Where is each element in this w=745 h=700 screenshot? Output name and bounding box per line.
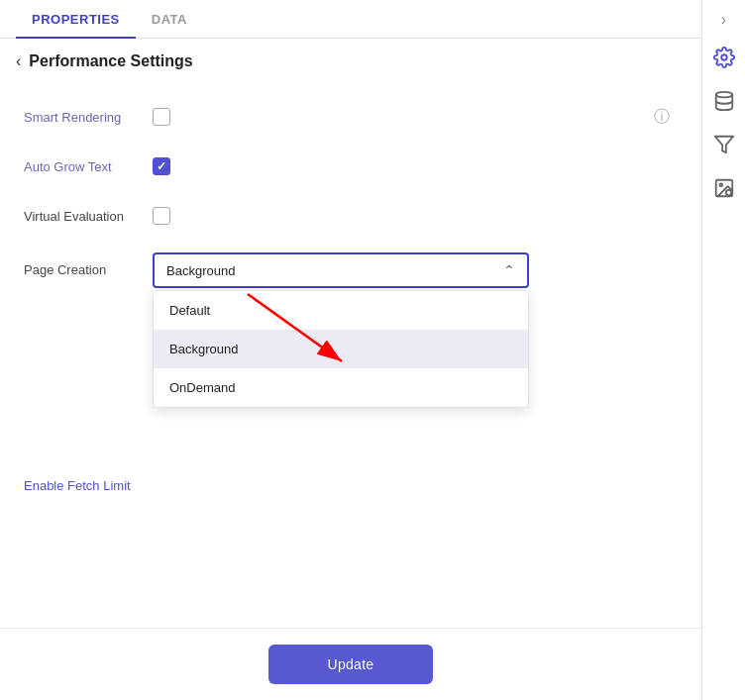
chevron-right-icon: › xyxy=(721,11,726,29)
page-creation-dropdown-menu: Default Background OnDemand xyxy=(153,290,529,408)
back-header[interactable]: ‹ Performance Settings xyxy=(0,39,701,84)
page-creation-value: Background xyxy=(166,263,235,278)
app-container: PROPERTIES DATA ‹ Performance Settings S… xyxy=(0,0,745,700)
svg-marker-4 xyxy=(714,137,732,153)
smart-rendering-checkbox[interactable] xyxy=(153,108,170,126)
page-creation-dropdown-container: Background ⌃ Default Background OnDemand xyxy=(153,252,678,288)
back-icon: ‹ xyxy=(16,52,21,70)
right-sidebar: › xyxy=(701,0,745,700)
chevron-up-icon: ⌃ xyxy=(503,262,515,278)
bottom-bar: Update xyxy=(0,628,701,700)
gear-icon-button[interactable] xyxy=(702,36,746,79)
enable-fetch-limit-label: Enable Fetch Limit xyxy=(24,478,153,493)
smart-rendering-label: Smart Rendering xyxy=(24,110,153,125)
back-title: Performance Settings xyxy=(29,52,192,70)
tab-properties[interactable]: PROPERTIES xyxy=(16,0,136,39)
image-settings-icon-button[interactable] xyxy=(702,166,746,210)
main-panel: PROPERTIES DATA ‹ Performance Settings S… xyxy=(0,0,701,700)
svg-point-2 xyxy=(721,54,727,60)
settings-form: Smart Rendering ⓘ Auto Grow Text Virtual… xyxy=(0,84,701,533)
smart-rendering-row: Smart Rendering ⓘ xyxy=(24,92,678,142)
collapse-sidebar-button[interactable]: › xyxy=(702,4,746,36)
virtual-evaluation-label: Virtual Evaluation xyxy=(24,209,153,224)
auto-grow-text-label: Auto Grow Text xyxy=(24,159,153,174)
database-icon xyxy=(713,90,735,112)
virtual-evaluation-checkbox[interactable] xyxy=(153,207,170,225)
enable-fetch-limit-row: Enable Fetch Limit xyxy=(24,462,678,509)
svg-point-6 xyxy=(719,183,722,186)
image-settings-icon xyxy=(713,177,735,199)
virtual-evaluation-row: Virtual Evaluation xyxy=(24,191,678,241)
auto-grow-text-row: Auto Grow Text xyxy=(24,142,678,191)
tabs-row: PROPERTIES DATA xyxy=(0,0,701,39)
dropdown-option-ondemand[interactable]: OnDemand xyxy=(154,368,528,407)
info-icon[interactable]: ⓘ xyxy=(654,107,670,128)
filter-icon xyxy=(713,134,735,155)
tab-data[interactable]: DATA xyxy=(136,0,203,39)
gear-icon xyxy=(713,47,735,68)
database-icon-button[interactable] xyxy=(702,79,746,123)
dropdown-option-default[interactable]: Default xyxy=(154,291,528,330)
svg-point-3 xyxy=(715,92,732,98)
page-creation-row: Page Creation Background ⌃ Default Backg… xyxy=(24,241,678,304)
content-area: ‹ Performance Settings Smart Rendering ⓘ… xyxy=(0,39,701,628)
page-creation-label: Page Creation xyxy=(24,252,153,277)
update-button[interactable]: Update xyxy=(268,645,434,684)
dropdown-option-background[interactable]: Background xyxy=(154,330,528,368)
filter-icon-button[interactable] xyxy=(702,123,746,166)
page-creation-dropdown-trigger[interactable]: Background ⌃ xyxy=(153,252,529,288)
auto-grow-text-checkbox[interactable] xyxy=(153,157,170,175)
